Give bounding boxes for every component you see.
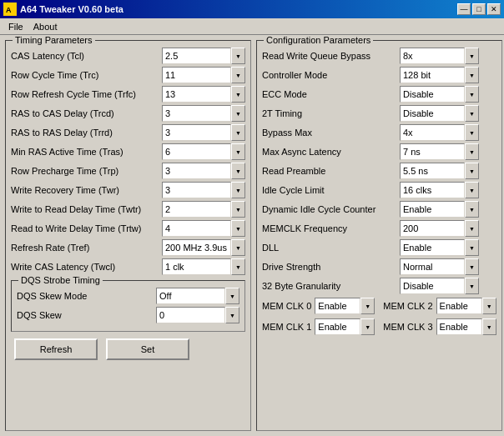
- dropdown-arrow[interactable]: ▼: [465, 220, 479, 237]
- dropdown-value: 7 ns: [400, 143, 465, 160]
- refresh-button[interactable]: Refresh: [14, 338, 98, 360]
- config-row: DLLEnable▼: [262, 239, 496, 256]
- config-param-label: Max Async Latency: [262, 147, 400, 157]
- timing-param-select-1[interactable]: 11▼: [162, 67, 245, 83]
- timing-param-select-5[interactable]: 6▼: [162, 143, 245, 160]
- timing-param-select-9[interactable]: 4▼: [162, 220, 245, 237]
- dropdown-arrow[interactable]: ▼: [231, 258, 245, 275]
- dropdown-arrow[interactable]: ▼: [231, 86, 245, 103]
- dropdown-arrow[interactable]: ▼: [465, 124, 479, 141]
- dqs-param-select-1[interactable]: 0▼: [156, 307, 239, 323]
- dropdown-arrow[interactable]: ▼: [231, 239, 245, 256]
- app-title: A64 Tweaker V0.60 beta: [20, 4, 123, 14]
- config-param-select-9[interactable]: 200▼: [400, 220, 479, 237]
- dropdown-arrow[interactable]: ▼: [482, 298, 496, 314]
- timing-param-select-7[interactable]: 3▼: [162, 182, 245, 198]
- dqs-param-select-0[interactable]: Off▼: [156, 288, 239, 304]
- dropdown-value: Off: [156, 288, 225, 304]
- dropdown-value: 200 MHz 3.9us: [162, 239, 231, 256]
- memclk-item: MEM CLK 0Enable▼: [262, 298, 375, 314]
- dropdown-arrow[interactable]: ▼: [465, 278, 479, 294]
- dropdown-arrow[interactable]: ▼: [231, 67, 245, 83]
- dropdown-value: 200: [400, 220, 465, 237]
- dropdown-value: 4: [162, 220, 231, 237]
- dropdown-arrow[interactable]: ▼: [231, 182, 245, 198]
- dropdown-arrow[interactable]: ▼: [231, 48, 245, 64]
- dropdown-arrow[interactable]: ▼: [225, 307, 239, 323]
- dropdown-arrow[interactable]: ▼: [225, 288, 239, 304]
- dropdown-arrow[interactable]: ▼: [231, 163, 245, 179]
- config-param-select-2[interactable]: Disable▼: [400, 86, 479, 103]
- timing-param-select-4[interactable]: 3▼: [162, 124, 245, 141]
- config-param-select-5[interactable]: 7 ns▼: [400, 143, 479, 160]
- dropdown-arrow[interactable]: ▼: [465, 86, 479, 103]
- timing-param-select-2[interactable]: 13▼: [162, 86, 245, 103]
- dropdown-arrow[interactable]: ▼: [465, 201, 479, 218]
- menu-file[interactable]: File: [3, 21, 28, 33]
- config-param-select-7[interactable]: 16 clks▼: [400, 182, 479, 198]
- timing-param-label: Row Precharge Time (Trp): [11, 166, 162, 176]
- timing-row: CAS Latency (Tcl)2.5▼: [11, 48, 245, 64]
- dropdown-value: Enable: [436, 298, 482, 314]
- dropdown-arrow[interactable]: ▼: [465, 105, 479, 122]
- timing-param-select-3[interactable]: 3▼: [162, 105, 245, 122]
- timing-panel-title: Timing Parameters: [13, 35, 95, 45]
- config-row: Controller Mode128 bit▼: [262, 67, 496, 83]
- svg-text:A: A: [6, 6, 12, 14]
- dropdown-arrow[interactable]: ▼: [231, 124, 245, 141]
- dropdown-arrow[interactable]: ▼: [231, 105, 245, 122]
- dropdown-value: 3: [162, 124, 231, 141]
- dropdown-value: Enable: [400, 239, 465, 256]
- dropdown-arrow[interactable]: ▼: [465, 143, 479, 160]
- memclk-label: MEM CLK 1: [262, 322, 311, 332]
- timing-param-select-10[interactable]: 200 MHz 3.9us▼: [162, 239, 245, 256]
- timing-param-label: Min RAS Active Time (Tras): [11, 147, 162, 157]
- dropdown-value: Enable: [400, 201, 465, 218]
- config-param-select-0[interactable]: 8x▼: [400, 48, 479, 64]
- config-param-label: Read Preamble: [262, 166, 400, 176]
- dropdown-arrow[interactable]: ▼: [465, 239, 479, 256]
- close-button[interactable]: ✕: [487, 3, 501, 15]
- config-param-select-12[interactable]: Disable▼: [400, 278, 479, 294]
- timing-param-label: RAS to RAS Delay (Trrd): [11, 128, 162, 138]
- timing-param-select-8[interactable]: 2▼: [162, 201, 245, 218]
- config-param-select-6[interactable]: 5.5 ns▼: [400, 163, 479, 179]
- config-param-select-8[interactable]: Enable▼: [400, 201, 479, 218]
- dropdown-arrow[interactable]: ▼: [465, 258, 479, 275]
- config-param-label: Read Write Queue Bypass: [262, 51, 400, 61]
- maximize-button[interactable]: □: [472, 3, 486, 15]
- dropdown-value: 128 bit: [400, 67, 465, 83]
- config-param-select-3[interactable]: Disable▼: [400, 105, 479, 122]
- menu-about[interactable]: About: [28, 21, 63, 33]
- dropdown-arrow[interactable]: ▼: [360, 318, 375, 335]
- memclk-select[interactable]: Enable▼: [315, 318, 375, 335]
- memclk-select[interactable]: Enable▼: [436, 298, 496, 314]
- config-param-select-11[interactable]: Normal▼: [400, 258, 479, 275]
- dropdown-value: 0: [156, 307, 225, 323]
- set-button[interactable]: Set: [106, 338, 189, 360]
- dropdown-arrow[interactable]: ▼: [465, 48, 479, 64]
- dropdown-arrow[interactable]: ▼: [465, 163, 479, 179]
- config-row: Read Write Queue Bypass8x▼: [262, 48, 496, 64]
- dropdown-arrow[interactable]: ▼: [482, 318, 496, 335]
- dropdown-arrow[interactable]: ▼: [231, 220, 245, 237]
- dropdown-arrow[interactable]: ▼: [360, 298, 375, 314]
- timing-param-select-0[interactable]: 2.5▼: [162, 48, 245, 64]
- memclk-select[interactable]: Enable▼: [436, 318, 496, 335]
- dropdown-value: 4x: [400, 124, 465, 141]
- config-param-label: Bypass Max: [262, 128, 400, 138]
- timing-row: Read to Write Delay Time (Trtw)4▼: [11, 220, 245, 237]
- minimize-button[interactable]: —: [457, 3, 471, 15]
- dropdown-arrow[interactable]: ▼: [465, 67, 479, 83]
- config-param-select-10[interactable]: Enable▼: [400, 239, 479, 256]
- dropdown-arrow[interactable]: ▼: [231, 201, 245, 218]
- dropdown-arrow[interactable]: ▼: [465, 182, 479, 198]
- config-param-label: DLL: [262, 243, 400, 253]
- timing-param-select-11[interactable]: 1 clk▼: [162, 258, 245, 275]
- config-param-select-4[interactable]: 4x▼: [400, 124, 479, 141]
- dropdown-value: 13: [162, 86, 231, 103]
- dropdown-arrow[interactable]: ▼: [231, 143, 245, 160]
- timing-param-select-6[interactable]: 3▼: [162, 163, 245, 179]
- memclk-select[interactable]: Enable▼: [315, 298, 375, 314]
- config-param-select-1[interactable]: 128 bit▼: [400, 67, 479, 83]
